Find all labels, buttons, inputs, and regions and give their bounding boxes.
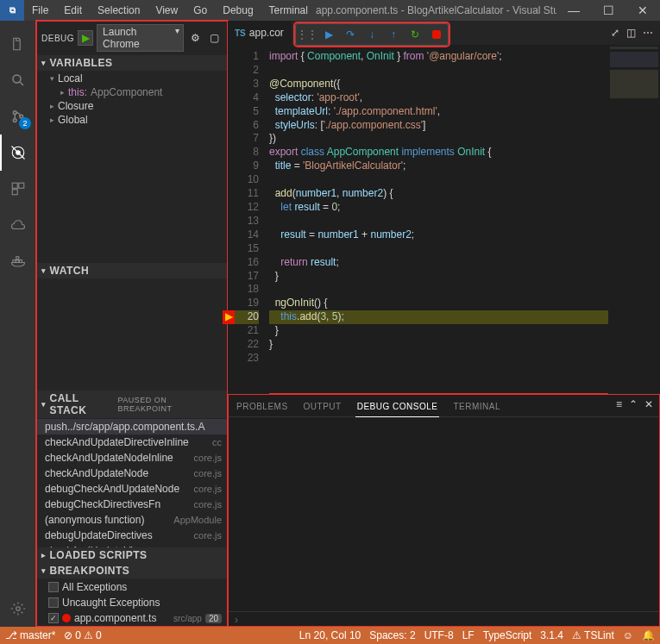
variable-scope-local[interactable]: ▾Local bbox=[36, 72, 227, 85]
debug-console-input[interactable]: › bbox=[228, 611, 660, 627]
title-bar: ⧉ File Edit Selection View Go Debug Term… bbox=[0, 0, 660, 21]
svg-line-1 bbox=[20, 82, 23, 85]
status-bell-icon[interactable]: 🔔 bbox=[642, 629, 655, 641]
status-ts-version[interactable]: 3.1.4 bbox=[540, 629, 563, 641]
panel-tab-problems[interactable]: PROBLEMS bbox=[235, 398, 290, 416]
compare-icon[interactable]: ⤢ bbox=[611, 27, 619, 39]
minimap[interactable] bbox=[608, 45, 660, 394]
step-over-button[interactable]: ↷ bbox=[343, 27, 358, 42]
restart-button[interactable]: ↻ bbox=[407, 27, 423, 42]
docker-icon[interactable] bbox=[0, 243, 36, 279]
split-editor-icon[interactable]: ◫ bbox=[626, 27, 636, 39]
callstack-section-header[interactable]: ▾CALL STACKPAUSED ON BREAKPOINT bbox=[36, 391, 227, 418]
panel: PROBLEMS OUTPUT DEBUG CONSOLE TERMINAL ≡… bbox=[228, 394, 660, 627]
checkbox[interactable] bbox=[48, 613, 59, 623]
checkbox[interactable] bbox=[48, 582, 59, 592]
line-gutter: 1234567891011121314151617181920212223 ▶ bbox=[228, 45, 269, 394]
status-spaces[interactable]: Spaces: 2 bbox=[369, 629, 415, 641]
status-cursor[interactable]: Ln 20, Col 10 bbox=[299, 629, 361, 641]
breakpoint-uncaught-exceptions[interactable]: Uncaught Exceptions bbox=[36, 595, 227, 610]
window-title: app.component.ts - BlogArtikelCalculator… bbox=[316, 4, 556, 16]
activity-bar: 2 bbox=[0, 21, 36, 627]
svg-point-15 bbox=[16, 607, 21, 611]
collapse-icon[interactable]: ⌃ bbox=[629, 398, 638, 416]
status-errors[interactable]: ⊘ 0 ⚠ 0 bbox=[64, 629, 101, 641]
drag-handle-icon[interactable]: ⋮⋮ bbox=[299, 27, 315, 42]
azure-icon[interactable] bbox=[0, 207, 36, 243]
menu-edit[interactable]: Edit bbox=[56, 2, 90, 19]
close-panel-icon[interactable]: ✕ bbox=[644, 398, 653, 416]
svg-rect-9 bbox=[19, 183, 24, 188]
callstack-frame[interactable]: checkAndUpdateNodecore.js bbox=[36, 466, 227, 481]
breakpoint-item[interactable]: app.component.tssrc/app20 bbox=[36, 610, 227, 626]
svg-point-2 bbox=[13, 111, 16, 115]
callstack-frame[interactable]: debugCheckAndUpdateNodecore.js bbox=[36, 481, 227, 497]
breakpoint-all-exceptions[interactable]: All Exceptions bbox=[36, 579, 227, 595]
minimize-button[interactable]: — bbox=[556, 0, 591, 21]
checkbox[interactable] bbox=[48, 597, 59, 608]
status-feedback-icon[interactable]: ☺ bbox=[623, 629, 633, 641]
start-debugging-button[interactable]: ▶ bbox=[78, 30, 93, 46]
variable-this[interactable]: ▸this:AppComponent bbox=[36, 85, 227, 99]
menu-file[interactable]: File bbox=[24, 2, 56, 19]
more-icon[interactable]: ⋯ bbox=[643, 27, 653, 39]
maximize-button[interactable]: ☐ bbox=[591, 0, 625, 21]
callstack-frame[interactable]: checkAndUpdateDirectiveInlinecc bbox=[36, 435, 227, 450]
menu-selection[interactable]: Selection bbox=[90, 2, 148, 19]
panel-tab-terminal[interactable]: TERMINAL bbox=[451, 398, 502, 416]
callstack-frame[interactable]: debugUpdateDirectivescore.js bbox=[36, 528, 227, 543]
status-eol[interactable]: LF bbox=[462, 629, 475, 641]
close-button[interactable]: ✕ bbox=[625, 0, 660, 21]
variable-scope-closure[interactable]: ▸Closure bbox=[36, 99, 227, 113]
scm-badge: 2 bbox=[19, 117, 31, 129]
panel-tab-output[interactable]: OUTPUT bbox=[302, 398, 343, 416]
debug-icon[interactable] bbox=[0, 134, 36, 171]
debug-toolbar[interactable]: ⋮⋮ ▶ ↷ ↓ ↑ ↻ bbox=[295, 23, 449, 46]
status-language[interactable]: TypeScript bbox=[483, 629, 532, 641]
svg-rect-8 bbox=[12, 183, 17, 188]
debug-settings-icon[interactable]: ⚙ bbox=[187, 30, 203, 46]
status-branch[interactable]: ⎇ master* bbox=[5, 629, 55, 641]
variables-section-header[interactable]: ▾VARIABLES bbox=[36, 55, 227, 71]
vscode-logo: ⧉ bbox=[0, 0, 24, 21]
tab-label: app.cor bbox=[249, 27, 284, 39]
extensions-icon[interactable] bbox=[0, 171, 36, 207]
callstack-frame[interactable]: debugCheckDirectivesFncore.js bbox=[36, 497, 227, 512]
menu-terminal[interactable]: Terminal bbox=[261, 2, 316, 19]
callstack-frame[interactable]: (anonymous function)AppModule bbox=[36, 512, 227, 528]
step-out-button[interactable]: ↑ bbox=[386, 27, 401, 42]
menu-view[interactable]: View bbox=[148, 2, 185, 19]
svg-line-7 bbox=[12, 147, 25, 159]
svg-rect-10 bbox=[12, 190, 17, 195]
code-content[interactable]: import { Component, OnInit } from '@angu… bbox=[269, 45, 608, 394]
continue-button[interactable]: ▶ bbox=[321, 27, 336, 42]
tab-app-component[interactable]: TS app.cor bbox=[228, 21, 292, 45]
status-encoding[interactable]: UTF-8 bbox=[424, 629, 454, 641]
variable-scope-global[interactable]: ▸Global bbox=[36, 113, 227, 127]
stop-button[interactable] bbox=[432, 30, 441, 39]
callstack-frame[interactable]: push../src/app/app.component.ts.A bbox=[36, 419, 227, 435]
typescript-icon: TS bbox=[235, 28, 246, 38]
panel-tab-debug-console[interactable]: DEBUG CONSOLE bbox=[355, 398, 440, 417]
status-tslint[interactable]: ⚠ TSLint bbox=[572, 629, 614, 641]
status-bar: ⎇ master* ⊘ 0 ⚠ 0 Ln 20, Col 10 Spaces: … bbox=[0, 627, 660, 644]
callstack-frame[interactable]: checkAndUpdateNodeInlinecore.js bbox=[36, 450, 227, 466]
breakpoint-dot-icon bbox=[62, 614, 71, 622]
editor[interactable]: 1234567891011121314151617181920212223 ▶ … bbox=[228, 45, 660, 394]
breakpoints-section-header[interactable]: ▾BREAKPOINTS bbox=[36, 563, 227, 578]
svg-point-0 bbox=[13, 75, 21, 83]
debug-console-icon[interactable]: ▢ bbox=[206, 30, 222, 46]
settings-icon[interactable] bbox=[0, 591, 36, 627]
debug-config-dropdown[interactable]: Launch Chrome bbox=[97, 24, 184, 52]
step-into-button[interactable]: ↓ bbox=[364, 27, 380, 42]
current-frame-marker-icon: ▶ bbox=[223, 310, 235, 324]
search-icon[interactable] bbox=[0, 62, 36, 98]
explorer-icon[interactable] bbox=[0, 26, 36, 62]
scm-icon[interactable]: 2 bbox=[0, 98, 36, 134]
loaded-scripts-section-header[interactable]: ▸LOADED SCRIPTS bbox=[36, 547, 227, 563]
debug-console-body[interactable] bbox=[228, 417, 660, 611]
watch-section-header[interactable]: ▾WATCH bbox=[36, 263, 227, 278]
menu-go[interactable]: Go bbox=[185, 2, 215, 19]
menu-debug[interactable]: Debug bbox=[215, 2, 261, 19]
filter-icon[interactable]: ≡ bbox=[616, 398, 622, 416]
